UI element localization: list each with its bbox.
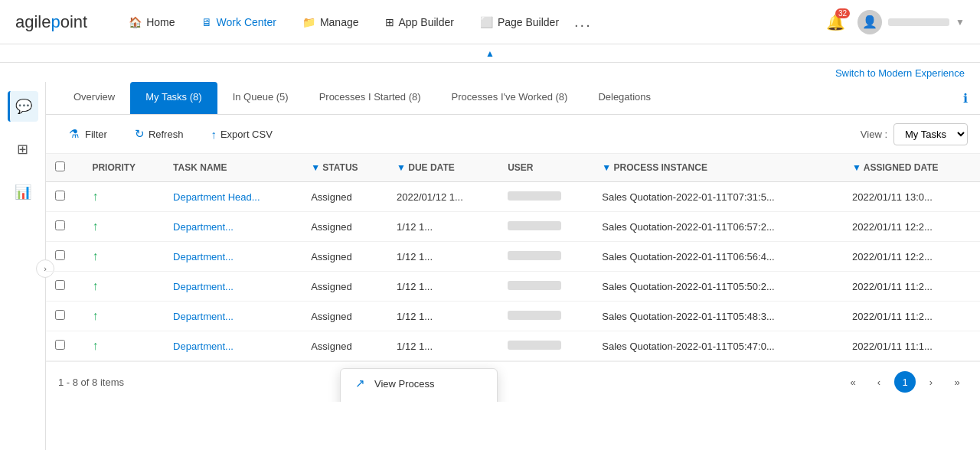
logo[interactable]: agilepoint: [15, 12, 87, 32]
tab-processesworked[interactable]: Processes I've Worked (8): [436, 82, 583, 114]
nav-home[interactable]: 🏠 Home: [118, 10, 185, 34]
grid-icon: ⊞: [17, 141, 28, 158]
task-table: PRIORITY TASK NAME ▼ STATUS ▼ DUE DATE U…: [46, 154, 980, 361]
nav-workcenter[interactable]: 🖥 Work Center: [191, 10, 287, 34]
row-checkbox-3[interactable]: [55, 250, 65, 260]
priority-arrow-4: ↑: [92, 279, 98, 292]
process-cell-4: Sales Quotation-2022-01-11T05:50:2...: [593, 272, 843, 302]
user-name: [888, 18, 949, 26]
switch-modern-link[interactable]: Switch to Modern Experience: [835, 67, 965, 79]
status-cell-3: Assigned: [302, 242, 387, 272]
tab-overview[interactable]: Overview: [58, 82, 130, 114]
col-assigneddate: ▼ ASSIGNED DATE: [843, 154, 980, 182]
row-checkbox-2[interactable]: [55, 220, 65, 230]
task-link-6[interactable]: Department...: [173, 341, 234, 352]
row-checkbox-1[interactable]: [55, 191, 65, 201]
tab-mytasks[interactable]: My Tasks (8): [130, 82, 217, 114]
col-status: ▼ STATUS: [302, 154, 387, 182]
row-checkbox-6[interactable]: [55, 340, 65, 350]
main-content: Overview My Tasks (8) In Queue (5) Proce…: [46, 82, 980, 450]
sidebar-item-tasks[interactable]: 💬: [8, 91, 38, 122]
menu-item-open-task[interactable]: ↗ Open Task: [341, 398, 497, 402]
table-row: ↑ Department Head... Assigned 2022/01/12…: [46, 182, 980, 212]
page-prev[interactable]: ‹: [868, 371, 890, 393]
task-link-1[interactable]: Department Head...: [173, 191, 260, 203]
nav-more[interactable]: ...: [574, 13, 592, 31]
assigned-cell-6: 2022/01/11 11:1...: [843, 331, 980, 361]
nav-manage[interactable]: 📁 Manage: [292, 10, 370, 34]
filter-icon: ⚗: [69, 127, 79, 141]
row-checkbox-5[interactable]: [55, 310, 65, 320]
filter-button[interactable]: ⚗ Filter: [58, 122, 118, 145]
modern-switch-bar: Switch to Modern Experience: [0, 63, 980, 82]
assigned-filter-icon: ▼: [852, 162, 861, 173]
home-icon: 🏠: [129, 16, 142, 28]
context-menu: ↗ View Process ↗ Open Task ↻ Reassign Ta…: [340, 368, 498, 402]
avatar-icon: 👤: [858, 10, 882, 34]
task-link-2[interactable]: Department...: [173, 221, 234, 233]
user-cell-5: [508, 311, 561, 320]
toolbar-right: View : My Tasks: [861, 123, 968, 145]
select-all-checkbox[interactable]: [55, 161, 65, 171]
workcenter-icon: 🖥: [201, 16, 212, 28]
user-avatar[interactable]: 👤 ▼: [858, 10, 965, 34]
top-nav: agilepoint 🏠 Home 🖥 Work Center 📁 Manage…: [0, 0, 980, 44]
page-last[interactable]: »: [946, 371, 968, 393]
view-label: View :: [861, 129, 887, 140]
refresh-button[interactable]: ↻ Refresh: [124, 122, 194, 145]
col-checkbox: [46, 154, 83, 182]
table-row: ↑ Department... Assigned 1/12 1... Sales…: [46, 242, 980, 272]
menu-item-view-process[interactable]: ↗ View Process: [341, 369, 497, 398]
assigned-cell-5: 2022/01/11 11:2...: [843, 302, 980, 331]
table-wrapper: PRIORITY TASK NAME ▼ STATUS ▼ DUE DATE U…: [46, 154, 980, 402]
col-processinstance: ▼ PROCESS INSTANCE: [593, 154, 843, 182]
priority-arrow-6: ↑: [92, 339, 98, 352]
page-first[interactable]: «: [842, 371, 864, 393]
tab-processesstarted[interactable]: Processes I Started (8): [304, 82, 436, 114]
row-checkbox-4[interactable]: [55, 280, 65, 290]
duedate-cell-4: 1/12 1...: [387, 272, 498, 302]
task-link-4[interactable]: Department...: [173, 281, 234, 292]
notification-badge: 32: [835, 8, 850, 18]
duedate-cell-6: 1/12 1...: [387, 331, 498, 361]
logo-text: agilepoint: [15, 12, 87, 32]
tab-info-icon[interactable]: ℹ: [963, 91, 968, 106]
nav-appbuilder[interactable]: ⊞ App Builder: [374, 10, 465, 34]
duedate-filter-icon: ▼: [397, 162, 406, 173]
process-filter-icon: ▼: [602, 162, 611, 173]
notification-bell[interactable]: 🔔 32: [826, 13, 845, 31]
tab-inqueue[interactable]: In Queue (5): [217, 82, 304, 114]
assigned-cell-3: 2022/01/11 12:2...: [843, 242, 980, 272]
status-cell-1: Assigned: [302, 182, 387, 212]
process-cell-5: Sales Quotation-2022-01-11T05:48:3...: [593, 302, 843, 331]
user-cell-4: [508, 281, 561, 290]
task-link-3[interactable]: Department...: [173, 251, 234, 262]
table-row: ↑ Department... Assigned 1/12 1... Sales…: [46, 212, 980, 242]
priority-arrow-5: ↑: [92, 309, 98, 322]
tab-delegations[interactable]: Delegations: [583, 82, 666, 114]
page-current[interactable]: 1: [894, 371, 916, 393]
status-cell-4: Assigned: [302, 272, 387, 302]
status-cell-2: Assigned: [302, 212, 387, 242]
chart-icon: 📊: [15, 184, 31, 201]
chevron-down-icon: ▼: [956, 17, 965, 28]
sidebar-item-grid[interactable]: ⊞: [8, 134, 38, 165]
process-cell-2: Sales Quotation-2022-01-11T06:57:2...: [593, 212, 843, 242]
nav-pagebuilder[interactable]: ⬜ Page Builder: [469, 10, 570, 34]
chevron-up-icon: ▲: [485, 48, 495, 59]
table-header-row: PRIORITY TASK NAME ▼ STATUS ▼ DUE DATE U…: [46, 154, 980, 182]
export-icon: ↑: [211, 128, 217, 141]
priority-arrow-1: ↑: [92, 190, 98, 203]
priority-arrow-3: ↑: [92, 249, 98, 262]
duedate-cell-3: 1/12 1...: [387, 242, 498, 272]
refresh-icon: ↻: [135, 127, 145, 141]
collapse-bar[interactable]: ▲: [0, 44, 980, 63]
task-link-5[interactable]: Department...: [173, 311, 234, 322]
view-select[interactable]: My Tasks: [893, 123, 968, 145]
page-next[interactable]: ›: [920, 371, 942, 393]
status-filter-icon: ▼: [311, 162, 320, 173]
manage-icon: 📁: [302, 16, 315, 28]
user-cell-6: [508, 341, 561, 350]
export-csv-button[interactable]: ↑ Export CSV: [200, 123, 283, 145]
sidebar-item-chart[interactable]: 📊: [8, 177, 38, 207]
